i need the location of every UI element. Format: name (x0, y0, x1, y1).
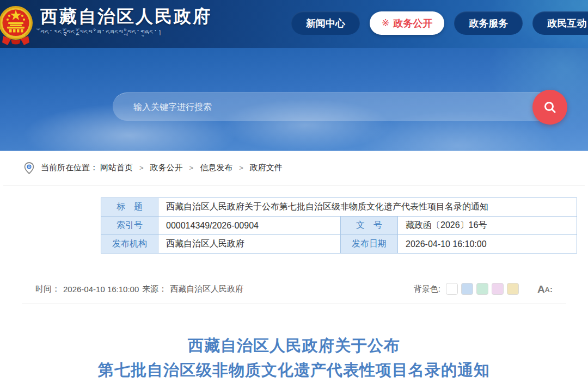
table-row-title: 标 题 西藏自治区人民政府关于公布第七批自治区级非物质文化遗产代表性项目名录的通… (101, 198, 577, 217)
font-size-large-letter: A (537, 284, 545, 294)
location-pin-icon (24, 162, 34, 174)
nav-tab-news-center[interactable]: 新闻中心 (291, 11, 360, 35)
title-label: 标 题 (101, 198, 158, 217)
source-label: 来源： (142, 284, 167, 294)
breadcrumb-item-info-release[interactable]: 信息发布 (200, 163, 232, 173)
article-time-source: 时间： 2026-04-10 16:10:00 来源： 西藏自治区人民政府 (35, 284, 243, 294)
agency-value: 西藏自治区人民政府 (158, 235, 341, 254)
time-value: 2026-04-10 16:10:00 (63, 285, 139, 294)
bg-swatch-blue[interactable] (461, 283, 473, 295)
font-size-suffix: : (550, 285, 553, 294)
document-meta-table: 标 题 西藏自治区人民政府关于公布第七批自治区级非物质文化遗产代表性项目名录的通… (101, 197, 577, 254)
bg-swatch-green[interactable] (476, 283, 488, 295)
breadcrumb-item-gov-documents[interactable]: 政府文件 (250, 163, 283, 173)
site-logo-home-link[interactable]: 西藏自治区人民政府 བོད་རང་སྐྱོང་ལྗོངས་མི་དམངས་སྲི… (0, 2, 212, 46)
nav-tab-gov-services[interactable]: 政务服务 (454, 11, 523, 35)
breadcrumb-item-gov-disclosure[interactable]: 政务公开 (150, 163, 183, 173)
nav-tab-label: 政务服务 (469, 17, 508, 30)
search-icon (542, 100, 558, 115)
article-title: 西藏自治区人民政府关于公布 第七批自治区级非物质文化遗产代表性项目名录的通知 (3, 334, 585, 382)
nav-tab-label: 新闻中心 (306, 17, 345, 30)
index-label: 索引号 (101, 217, 158, 235)
main-nav: 新闻中心 ※ 政务公开 政务服务 政民互动 (291, 11, 588, 35)
bg-swatch-white[interactable] (446, 283, 458, 295)
search-button[interactable] (532, 90, 567, 125)
gov-disclosure-icon: ※ (382, 17, 389, 29)
bg-swatch-pink[interactable] (492, 283, 504, 295)
font-size-control[interactable]: A A : (537, 284, 553, 294)
reading-tools: 背景色: A A : (414, 283, 553, 295)
source-value: 西藏自治区人民政府 (170, 284, 243, 294)
breadcrumb-separator: > (239, 164, 243, 172)
table-row-index-docno: 索引号 000014349/2026-00904 文 号 藏政函〔2026〕16… (101, 217, 577, 235)
site-title: 西藏自治区人民政府 (40, 7, 212, 27)
time-label: 时间： (35, 284, 60, 294)
font-size-small-letter: A (545, 286, 550, 294)
nav-tab-label: 政务公开 (393, 17, 432, 30)
pub-date-value: 2026-04-10 16:10:00 (398, 235, 577, 254)
nav-tab-gov-disclosure[interactable]: ※ 政务公开 (370, 11, 444, 35)
index-value: 000014349/2026-00904 (158, 217, 341, 235)
nav-tab-label: 政民互动 (547, 17, 586, 30)
breadcrumb-prefix: 当前所在位置： (41, 163, 98, 173)
sky-banner (0, 48, 588, 151)
national-emblem-icon (0, 2, 34, 46)
bg-swatch-yellow[interactable] (507, 283, 519, 295)
article-meta-row: 时间： 2026-04-10 16:10:00 来源： 西藏自治区人民政府 背景… (35, 281, 553, 297)
breadcrumb-separator: > (189, 164, 194, 172)
agency-label: 发布机构 (101, 235, 158, 254)
search-input[interactable] (113, 93, 566, 121)
doc-no-value: 藏政函〔2026〕16号 (398, 217, 577, 235)
doc-no-label: 文 号 (341, 217, 398, 235)
breadcrumb-item-home[interactable]: 网站首页 (100, 163, 133, 173)
site-title-tibetan: བོད་རང་སྐྱོང་ལྗོངས་མི་དམངས་སྲིད་གཞུང་། (40, 28, 212, 37)
breadcrumb-separator: > (139, 164, 144, 172)
site-header: 西藏自治区人民政府 བོད་རང་སྐྱོང་ལྗོངས་མི་དམངས་སྲི… (0, 0, 588, 48)
article-title-line2: 第七批自治区级非物质文化遗产代表性项目名录的通知 (3, 358, 585, 382)
bg-color-label: 背景色: (414, 284, 440, 294)
article-title-line1: 西藏自治区人民政府关于公布 (3, 334, 585, 358)
pub-date-label: 发布日期 (341, 235, 398, 254)
brand-text: 西藏自治区人民政府 བོད་རང་སྐྱོང་ལྗོངས་མི་དམངས་སྲི… (40, 2, 212, 37)
content-panel: 当前所在位置： 网站首页 > 政务公开 > 信息发布 > 政府文件 标 题 西藏… (3, 151, 585, 389)
table-row-agency-date: 发布机构 西藏自治区人民政府 发布日期 2026-04-10 16:10:00 (101, 235, 577, 254)
breadcrumb: 当前所在位置： 网站首页 > 政务公开 > 信息发布 > 政府文件 (3, 151, 585, 186)
content-divider (22, 304, 566, 304)
search-bar (113, 92, 566, 121)
title-value: 西藏自治区人民政府关于公布第七批自治区级非物质文化遗产代表性项目名录的通知 (158, 198, 577, 217)
nav-tab-public-interaction[interactable]: 政民互动 (532, 11, 588, 35)
